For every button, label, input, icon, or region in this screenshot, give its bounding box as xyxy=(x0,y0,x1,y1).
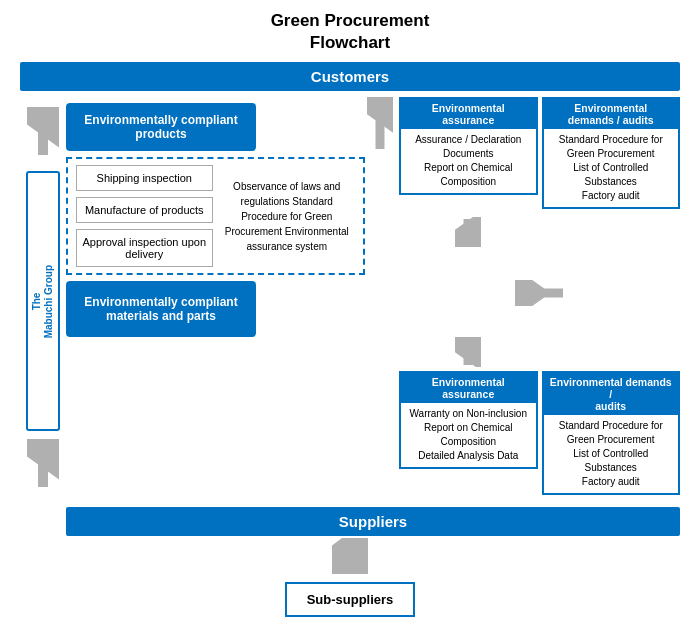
page-title: Green Procurement Flowchart xyxy=(20,10,680,54)
arrow-left-from-dashed xyxy=(515,280,565,306)
lower-env-assurance-header: Environmental assurance xyxy=(401,373,536,403)
lower-env-assurance-body: Warranty on Non-inclusion Report on Chem… xyxy=(407,407,530,463)
upper-env-assurance-box: Environmental assurance Assurance / Decl… xyxy=(399,97,538,195)
lower-env-assurance-box: Environmental assurance Warranty on Non-… xyxy=(399,371,538,469)
manufacture-products: Manufacture of products xyxy=(76,197,213,223)
sub-suppliers-label: Sub-suppliers xyxy=(307,592,394,607)
center-info: Observance of laws and regulations Stand… xyxy=(219,165,356,267)
green-materials-button: Environmentally compliant materials and … xyxy=(66,281,256,337)
approval-inspection: Approval inspection upon delivery xyxy=(76,229,213,267)
upper-env-demands-header: Environmental demands / audits xyxy=(544,99,679,129)
green-products-button: Environmentally compliant products xyxy=(66,103,256,151)
lower-env-demands-body: Standard Procedure for Green Procurement… xyxy=(550,419,673,489)
arrow-up-env-left xyxy=(367,97,393,153)
suppliers-bar: Suppliers xyxy=(66,507,680,536)
upper-env-assurance-body: Assurance / Declaration Documents Report… xyxy=(407,133,530,189)
processes-column: Shipping inspection Manufacture of produ… xyxy=(76,165,213,267)
center-info-text: Observance of laws and regulations Stand… xyxy=(219,179,356,254)
side-label-text: The Mabuchi Group xyxy=(31,265,55,338)
upper-env-demands-box: Environmental demands / audits Standard … xyxy=(542,97,681,209)
arrow-up-lower xyxy=(455,337,481,367)
arrow-up-suppliers-left xyxy=(27,439,59,491)
sub-suppliers-box: Sub-suppliers xyxy=(285,582,416,617)
customers-bar: Customers xyxy=(20,62,680,91)
mabuchi-group-box: Shipping inspection Manufacture of produ… xyxy=(66,157,365,275)
arrow-down-center xyxy=(455,217,481,247)
arrow-down-sub-suppliers xyxy=(332,538,368,574)
shipping-inspection: Shipping inspection xyxy=(76,165,213,191)
upper-env-assurance-header: Environmental assurance xyxy=(401,99,536,129)
side-label-box: The Mabuchi Group xyxy=(26,171,60,431)
sub-suppliers-area: Sub-suppliers xyxy=(20,582,680,617)
arrow-up-customers xyxy=(27,107,59,159)
right-column: Environmental assurance Assurance / Decl… xyxy=(365,91,680,495)
lower-env-demands-header: Environmental demands / audits xyxy=(544,373,679,415)
main-column: Environmentally compliant products Shipp… xyxy=(66,91,365,495)
lower-env-demands-box: Environmental demands / audits Standard … xyxy=(542,371,681,495)
upper-env-demands-body: Standard Procedure for Green Procurement… xyxy=(550,133,673,203)
left-column: The Mabuchi Group xyxy=(20,91,66,495)
